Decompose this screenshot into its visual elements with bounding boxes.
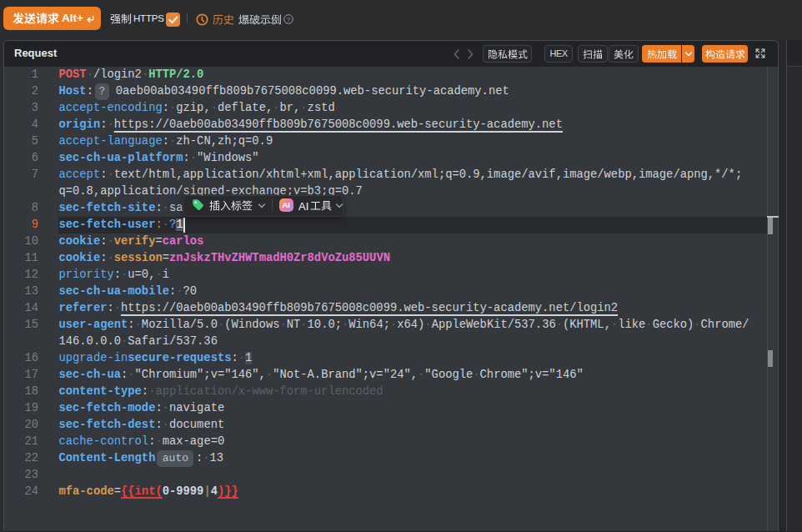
svg-text:?: ? (287, 16, 291, 23)
